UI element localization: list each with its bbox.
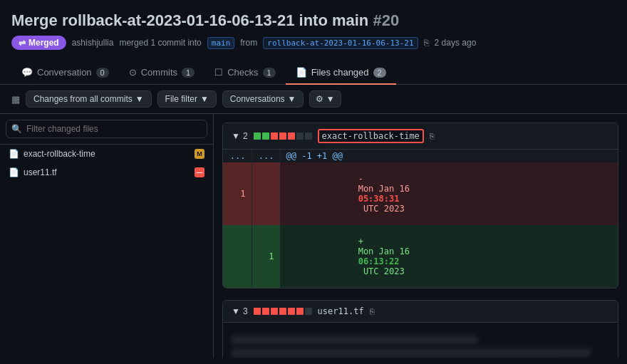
stat-bar-gray <box>296 132 304 140</box>
file-badge-deleted: — <box>195 167 204 177</box>
diff-stat-bars-2 <box>254 308 312 315</box>
line-prefix-added: + <box>358 236 368 246</box>
file-filter-dropdown-icon: ▼ <box>200 94 209 104</box>
diff-filename-2: user11.tf <box>318 306 364 316</box>
line-text-removed-suffix: UTC 2023 <box>358 204 405 214</box>
gear-dropdown-icon: ▼ <box>326 94 335 104</box>
stat-bar-red <box>271 132 278 140</box>
main-content: 🔍 📄 exact-rollback-time M 📄 user11.tf — … <box>0 114 627 358</box>
file-badge-modified: M <box>195 149 204 159</box>
hunk-num-left: ... <box>223 150 252 162</box>
stat-bar-r3 <box>271 308 278 315</box>
settings-btn[interactable]: ⚙ ▼ <box>309 90 341 108</box>
chevron-down-icon-2: ▼ <box>232 306 240 316</box>
diff-file-header-1: ▼ 2 exact-rollback-time ⎘ <box>223 123 618 150</box>
diff-file-header-2: ▼ 3 user11.tf ⎘ <box>223 301 618 323</box>
changes-from-commits-btn[interactable]: Changes from all commits ▼ <box>26 90 152 108</box>
stat-bar-green <box>262 132 269 140</box>
line-text-removed: Mon Jan 16 <box>358 184 415 194</box>
tab-files-changed-label: Files changed <box>311 67 369 78</box>
file-name-1: exact-rollback-time <box>24 149 95 159</box>
stat-bar-gray <box>305 132 312 140</box>
filter-changed-files-input[interactable] <box>6 120 207 138</box>
checks-icon: ☐ <box>214 67 223 78</box>
conversations-btn[interactable]: Conversations ▼ <box>222 90 304 108</box>
tabs-bar: 💬 Conversation 0 ⊙ Commits 1 ☐ Checks 1 … <box>0 61 627 85</box>
copy-filename-icon-2[interactable]: ⎘ <box>370 307 375 316</box>
from-label: from <box>240 38 257 48</box>
diff-file-block-1: ▼ 2 exact-rollback-time ⎘ <box>222 123 618 288</box>
tab-checks[interactable]: ☐ Checks 1 <box>204 61 285 85</box>
commits-dropdown-icon: ▼ <box>135 94 144 104</box>
diff-toggle-2[interactable]: ▼ 3 <box>232 306 248 316</box>
blurred-line <box>232 336 477 344</box>
file-list-item[interactable]: 📄 exact-rollback-time M <box>0 145 213 163</box>
diff-count-2: 3 <box>243 306 248 316</box>
stat-bar-red <box>279 132 286 140</box>
conversations-label: Conversations <box>230 94 285 104</box>
file-icon-2: 📄 <box>9 167 19 177</box>
tab-files-changed[interactable]: 📄 Files changed 2 <box>286 61 396 85</box>
source-branch: rollback-at-2023-01-16-06-13-21 <box>263 37 418 49</box>
stat-bar-r6 <box>296 308 304 315</box>
file-name-2: user11.tf <box>24 167 57 177</box>
tab-commits-label: Commits <box>141 67 177 78</box>
line-num-old-2 <box>223 225 252 288</box>
page-header: Merge rollback-at-2023-01-16-06-13-21 in… <box>0 0 627 56</box>
diff-toolbar: ▦ Changes from all commits ▼ File filter… <box>0 85 627 114</box>
pr-meta: ⇌ Merged ashishjullia merged 1 commit in… <box>11 36 616 50</box>
diff-line-removed: 1 - Mon Jan 16 05:38:31 UTC 2023 <box>223 162 618 225</box>
diff-line-added: 1 + Mon Jan 16 06:13:22 UTC 2023 <box>223 225 618 288</box>
file-filter-btn[interactable]: File filter ▼ <box>157 90 217 108</box>
diff-file-block-2: ▼ 3 user11.tf ⎘ <box>222 300 618 358</box>
gear-icon: ⚙ <box>316 94 323 104</box>
copy-branch-icon[interactable]: ⎘ <box>424 38 429 48</box>
conversations-dropdown-icon: ▼ <box>288 94 296 104</box>
tab-checks-label: Checks <box>227 67 258 78</box>
pr-title: Merge rollback-at-2023-01-16-06-13-21 in… <box>11 11 616 30</box>
tab-conversation-label: Conversation <box>37 67 92 78</box>
line-text-added-suffix: UTC 2023 <box>358 266 405 276</box>
line-text-added: Mon Jan 16 <box>358 246 415 256</box>
stat-bar-r5 <box>288 308 295 315</box>
stat-bar-red <box>288 132 295 140</box>
stat-bar-g1 <box>305 308 312 315</box>
changes-from-commits-label: Changes from all commits <box>33 94 133 104</box>
file-filter-label: File filter <box>165 94 197 104</box>
diff-table-1: ... ... @@ -1 +1 @@ 1 - Mon Jan 16 05:38… <box>223 150 618 288</box>
hunk-header-text: @@ -1 +1 @@ <box>280 150 618 162</box>
target-branch: main <box>207 37 235 49</box>
stat-bar-r4 <box>279 308 286 315</box>
tab-conversation-badge: 0 <box>96 68 109 78</box>
files-changed-icon: 📄 <box>296 67 307 78</box>
conversation-icon: 💬 <box>21 67 33 78</box>
pr-time: 2 days ago <box>435 38 477 48</box>
diff-view-icon: ▦ <box>11 94 20 105</box>
stat-bar-green <box>254 132 261 140</box>
tab-files-changed-badge: 2 <box>373 68 386 78</box>
file-sidebar: 🔍 📄 exact-rollback-time M 📄 user11.tf — <box>0 114 214 358</box>
pr-number: #20 <box>373 11 399 29</box>
diff-line-content-removed: - Mon Jan 16 05:38:31 UTC 2023 <box>280 162 618 225</box>
file-list-item[interactable]: 📄 user11.tf — <box>0 163 213 182</box>
removed-time-highlight: 05:38:31 <box>358 194 400 204</box>
stat-bar-r2 <box>262 308 269 315</box>
commits-icon: ⊙ <box>129 67 137 78</box>
line-num-new-2: 1 <box>252 225 280 288</box>
tab-checks-badge: 1 <box>263 68 276 78</box>
file-icon-1: 📄 <box>9 149 19 159</box>
diff-filename-1: exact-rollback-time <box>318 129 424 143</box>
tab-conversation[interactable]: 💬 Conversation 0 <box>11 61 119 85</box>
copy-filename-icon-1[interactable]: ⎘ <box>430 132 435 140</box>
diff-toggle-1[interactable]: ▼ 2 <box>232 131 248 141</box>
line-prefix-removed: - <box>358 174 368 184</box>
tab-commits[interactable]: ⊙ Commits 1 <box>119 61 204 85</box>
diff-blurred-content <box>223 323 618 358</box>
pr-title-text: Merge rollback-at-2023-01-16-06-13-21 in… <box>11 11 368 29</box>
pr-user: ashishjullia <box>72 38 114 48</box>
file-info: 📄 user11.tf <box>9 167 57 177</box>
blurred-line <box>232 348 591 357</box>
stat-bar-r1 <box>254 308 261 315</box>
merged-badge: ⇌ Merged <box>11 36 66 50</box>
tab-commits-badge: 1 <box>182 68 195 78</box>
